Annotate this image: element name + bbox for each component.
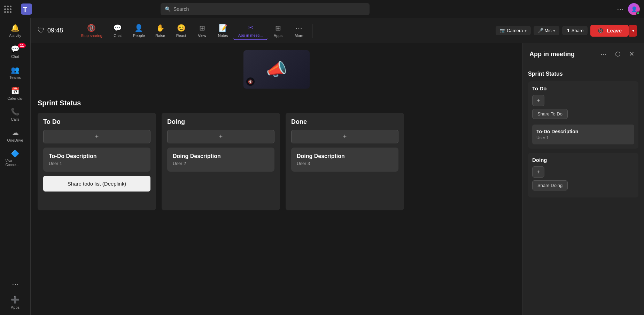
more-label: More xyxy=(295,33,303,38)
add-todo-button[interactable]: + xyxy=(43,130,150,143)
react-label: React xyxy=(176,33,186,38)
app-in-meeting-label: App in meeti... xyxy=(238,33,263,37)
task-card-doing-1[interactable]: Doing Description User 2 xyxy=(167,148,274,172)
svg-text:T: T xyxy=(23,6,27,13)
apps-toolbar-button[interactable]: ⊞ Apps xyxy=(267,22,288,40)
raise-button[interactable]: ✋ Raise xyxy=(150,22,171,40)
task-user-done-1: User 3 xyxy=(297,161,393,166)
react-button[interactable]: 😊 React xyxy=(171,22,192,40)
column-title-done: Done xyxy=(291,118,398,126)
view-icon: ⊞ xyxy=(199,24,205,32)
sidebar-item-viva[interactable]: 🔷 Viva Conne... xyxy=(1,147,29,170)
people-button[interactable]: 👤 People xyxy=(128,22,150,40)
top-more-button[interactable]: ⋯ xyxy=(617,5,624,13)
teams-icon: 👥 xyxy=(11,66,20,74)
sidebar-item-calendar[interactable]: 📅 Calendar xyxy=(1,84,29,103)
search-bar[interactable]: 🔍 Search xyxy=(161,3,370,15)
main-container: 🔔 Activity 11 💬 Chat 👥 Teams 📅 Calendar … xyxy=(0,18,644,315)
share-label: Share xyxy=(572,28,584,33)
camera-label: Camera xyxy=(507,28,523,33)
app-in-meeting-icon: ✂ xyxy=(248,23,254,32)
notes-button[interactable]: 📝 Notes xyxy=(212,22,233,40)
task-card-todo-1[interactable]: To-Do Description User 1 xyxy=(43,148,150,172)
mic-off-icon: 🎤 xyxy=(538,28,543,33)
sidebar-item-more[interactable]: ⋯ xyxy=(1,277,29,291)
leave-chevron-button[interactable]: ▾ xyxy=(629,25,637,37)
video-thumbnail: 📣 🔇 xyxy=(243,50,310,89)
stop-sharing-button[interactable]: 📵 Stop sharing xyxy=(76,22,107,40)
mute-icon: 🔇 xyxy=(248,80,253,84)
sidebar-item-teams[interactable]: 👥 Teams xyxy=(1,63,29,82)
panel-task-user-todo: User 1 xyxy=(536,135,630,140)
share-icon: ⬆ xyxy=(566,28,570,33)
raise-icon: ✋ xyxy=(156,24,165,32)
panel-section-title-doing: Doing xyxy=(532,157,634,163)
sidebar-label-calendar: Calendar xyxy=(7,96,23,100)
sidebar-item-onedrive[interactable]: ☁ OneDrive xyxy=(1,126,29,145)
leave-group: 📵 Leave ▾ xyxy=(590,25,637,37)
onedrive-icon: ☁ xyxy=(12,128,19,137)
panel-section-todo: To Do + Share To Do To-Do Description Us… xyxy=(528,81,638,149)
meeting-main: 📣 🔇 Sprint Status To Do + To- xyxy=(31,43,522,315)
chat-toolbar-icon: 💬 xyxy=(113,24,122,32)
panel-more-button[interactable]: ⋯ xyxy=(598,49,610,59)
panel-share-todo-button[interactable]: Share To Do xyxy=(532,109,568,119)
sprint-board: Sprint Status To Do + To-Do Description … xyxy=(38,99,515,210)
panel-section-doing: Doing + Share Doing xyxy=(528,153,638,197)
content-area: 📣 🔇 Sprint Status To Do + To- xyxy=(31,43,644,315)
video-thumb-icon: 📣 xyxy=(266,60,287,79)
panel-section-title-todo: To Do xyxy=(532,85,634,91)
board-columns: To Do + To-Do Description User 1 Share t… xyxy=(38,113,515,210)
more-button[interactable]: ⋯ More xyxy=(288,22,309,40)
meeting-toolbar: 🛡 09:48 📵 Stop sharing 💬 Chat 👤 People ✋… xyxy=(31,18,644,43)
share-button[interactable]: ⬆ Share xyxy=(562,26,588,35)
camera-chevron-icon[interactable]: ▾ xyxy=(525,28,527,33)
panel-share-doing-button[interactable]: Share Doing xyxy=(532,180,568,190)
camera-button[interactable]: 📷 Camera ▾ xyxy=(496,26,530,35)
panel-title: App in meeting xyxy=(529,51,595,58)
add-done-button[interactable]: + xyxy=(291,130,398,143)
avatar-initial: 👤 xyxy=(631,6,637,12)
task-card-done-1[interactable]: Doing Description User 3 xyxy=(291,148,398,172)
shield-area: 🛡 09:48 xyxy=(38,27,63,35)
add-doing-button[interactable]: + xyxy=(167,130,274,143)
app-launcher[interactable] xyxy=(4,6,14,13)
share-deeplink-button[interactable]: Share todo list (Deeplink) xyxy=(43,176,150,192)
mute-indicator: 🔇 xyxy=(246,77,255,86)
notes-icon: 📝 xyxy=(219,24,227,32)
chat-toolbar-label: Chat xyxy=(114,33,122,38)
mic-chevron-icon[interactable]: ▾ xyxy=(553,28,555,33)
more-icon: ⋯ xyxy=(12,280,19,288)
panel-task-title-todo: To-Do Description xyxy=(536,129,630,134)
sprint-title: Sprint Status xyxy=(38,99,515,107)
sidebar-label-apps: Apps xyxy=(11,305,20,309)
chat-button[interactable]: 💬 Chat xyxy=(107,22,128,40)
sidebar-item-activity[interactable]: 🔔 Activity xyxy=(1,21,29,40)
activity-icon: 🔔 xyxy=(11,24,20,32)
react-icon: 😊 xyxy=(177,24,186,32)
toolbar-right: 📷 Camera ▾ 🎤 Mic ▾ ⬆ Share 📵 Leave xyxy=(496,25,637,37)
mic-button[interactable]: 🎤 Mic ▾ xyxy=(534,26,559,35)
panel-add-doing-button[interactable]: + xyxy=(532,166,544,178)
leave-button[interactable]: 📵 Leave xyxy=(590,25,629,37)
app-in-meeting-button[interactable]: ✂ App in meeti... xyxy=(233,21,267,40)
calls-icon: 📞 xyxy=(11,107,20,116)
sidebar-item-apps[interactable]: ➕ Apps xyxy=(1,293,29,312)
mic-label: Mic xyxy=(545,28,552,33)
sidebar-item-calls[interactable]: 📞 Calls xyxy=(1,105,29,124)
panel-add-todo-button[interactable]: + xyxy=(532,95,544,106)
people-icon: 👤 xyxy=(134,24,143,32)
column-title-doing: Doing xyxy=(167,118,274,126)
shield-icon: 🛡 xyxy=(38,27,45,35)
sidebar-label-calls: Calls xyxy=(11,117,19,121)
user-avatar[interactable]: 👤 xyxy=(628,3,640,15)
view-button[interactable]: ⊞ View xyxy=(192,22,212,40)
sidebar-label-chat: Chat xyxy=(11,54,19,59)
apps-icon: ➕ xyxy=(11,295,20,304)
sidebar-item-chat[interactable]: 11 💬 Chat xyxy=(1,42,29,61)
presence-indicator xyxy=(636,12,640,15)
panel-close-button[interactable]: ✕ xyxy=(626,49,637,59)
panel-expand-button[interactable]: ⬡ xyxy=(612,49,623,59)
panel-task-card-todo[interactable]: To-Do Description User 1 xyxy=(532,125,634,144)
toolbar-divider xyxy=(73,24,73,38)
